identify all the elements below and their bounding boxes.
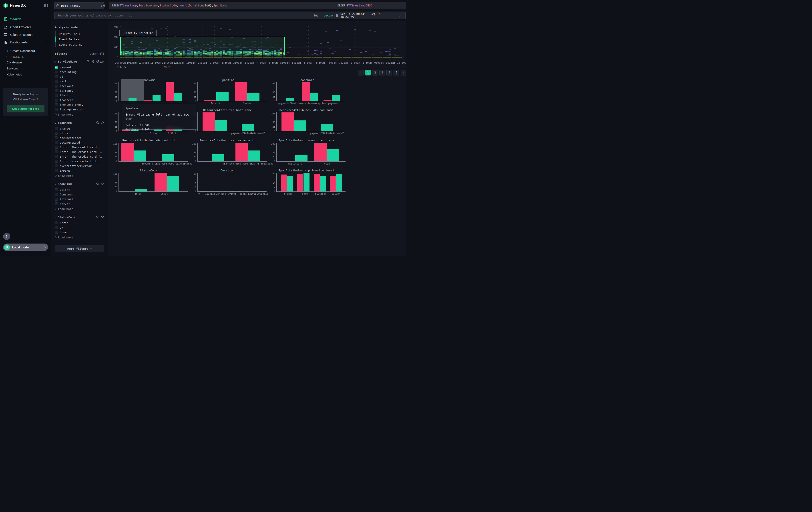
sidebar-item-search[interactable]: Search	[0, 15, 51, 23]
sql-select-input[interactable]: SELECT Timestamp, ServiceName, StatusCod…	[109, 2, 337, 9]
filter-option[interactable]: frontend-proxy	[55, 102, 104, 107]
show-more-button[interactable]: Show more	[55, 173, 104, 178]
heatmap-selection-box[interactable]	[120, 37, 285, 55]
checkbox[interactable]	[55, 132, 58, 135]
checkbox[interactable]	[55, 75, 58, 78]
source-select[interactable]: Demo Traces ▴▾	[54, 2, 104, 9]
pin-icon[interactable]	[101, 215, 104, 219]
pagination-page-1[interactable]: 1	[365, 70, 371, 76]
minichart-plot[interactable]: 281470bronzegoldplatinumsilver	[277, 173, 346, 192]
checkbox[interactable]	[55, 160, 58, 163]
show-more-button[interactable]: Show more	[55, 112, 104, 117]
filter-group-name[interactable]: ServiceName	[58, 60, 77, 63]
date-range-picker[interactable]: Sep 14 22:04:35 - Sep 15 10:04:35	[333, 11, 395, 19]
pin-icon[interactable]	[101, 121, 104, 125]
run-query-button[interactable]: ▷	[394, 11, 406, 19]
sidebar-collapse-icon[interactable]	[44, 4, 48, 7]
filter-option[interactable]: cart	[55, 79, 104, 83]
more-filters-button[interactable]: More filters	[55, 245, 104, 252]
sidebar-item-dashboards[interactable]: Dashboards	[0, 38, 51, 46]
sidebar-item-client-sessions[interactable]: Client Sessions	[0, 31, 51, 38]
filter-option[interactable]: flagd	[55, 93, 104, 98]
analysis-mode-event-patterns[interactable]: Event Patterns	[55, 42, 104, 47]
filter-option[interactable]: Internal	[55, 197, 104, 201]
language-toggle-lucene[interactable]: Lucene	[324, 14, 334, 17]
filter-option[interactable]: Consumer	[55, 192, 104, 196]
checkbox[interactable]	[55, 99, 58, 102]
checkbox[interactable]	[55, 103, 58, 106]
sidebar-item-clickhouse[interactable]: ClickHouse	[0, 59, 51, 65]
checkbox[interactable]	[55, 231, 58, 234]
checkbox[interactable]	[55, 151, 58, 153]
checkbox[interactable]	[55, 89, 58, 92]
analysis-mode-event-deltas[interactable]: Event Deltas	[55, 36, 104, 42]
sidebar-item-chart-explorer[interactable]: Chart Explorer	[0, 23, 51, 31]
pagination-prev[interactable]: ‹	[358, 70, 364, 76]
filter-option[interactable]: Error: Visa cache full: …	[55, 159, 104, 163]
filter-option[interactable]: ad	[55, 74, 104, 79]
pagination-next[interactable]: ›	[401, 70, 406, 76]
pagination-page-3[interactable]: 3	[379, 70, 385, 76]
pin-icon[interactable]	[101, 182, 104, 186]
filter-option[interactable]: accounting	[55, 70, 104, 74]
pagination-page-4[interactable]: 4	[386, 70, 392, 76]
analysis-mode-results-table[interactable]: Results Table	[55, 31, 104, 36]
checkbox[interactable]	[55, 221, 58, 224]
filter-option[interactable]: Error: The credit card (…	[55, 145, 104, 150]
filter-option[interactable]: documentFetch	[55, 136, 104, 140]
sidebar-item-kubernetes[interactable]: Kubernetes	[0, 72, 51, 78]
minichart-plot[interactable]: 10050250mastercardvisa	[277, 143, 346, 162]
minichart-plot[interactable]: 10050250payment-7985c8969c-mwmw7	[198, 112, 267, 131]
get-started-button[interactable]: Get Started for Free	[7, 105, 45, 112]
filter-option[interactable]: click	[55, 131, 104, 135]
clear-filter-button[interactable]: Clear	[96, 60, 104, 63]
checkbox[interactable]	[55, 108, 58, 111]
search-icon[interactable]	[86, 60, 90, 63]
checkbox[interactable]	[55, 141, 58, 144]
checkbox[interactable]	[55, 169, 58, 172]
presets-toggle[interactable]: PRESETS	[0, 54, 51, 59]
checkbox[interactable]	[55, 146, 58, 149]
minichart-plot[interactable]: 10050250ErrorUnset	[118, 173, 188, 192]
filter-option[interactable]: currency	[55, 88, 104, 93]
filter-option[interactable]: payment	[55, 65, 104, 70]
minichart-plot[interactable]: 10050250@hyperdx/instrumentation-excepti…	[277, 82, 346, 101]
gear-icon[interactable]: ⚙	[102, 3, 107, 8]
show-more-button[interactable]: Load more	[55, 235, 104, 240]
minichart-plot[interactable]: 10050250	[118, 82, 188, 101]
checkbox[interactable]	[55, 198, 58, 200]
checkbox-checked[interactable]	[55, 66, 58, 69]
search-bar[interactable]: Search your events w/ Lucene ex. column:…	[55, 11, 337, 19]
filter-option[interactable]: Ok	[55, 225, 104, 230]
checkbox[interactable]	[55, 193, 58, 196]
filter-option[interactable]: Error	[55, 221, 104, 225]
filter-option[interactable]: EXPIRE	[55, 168, 104, 173]
minichart-plot[interactable]: 10050250InternalServer	[198, 82, 267, 101]
show-more-button[interactable]: Load more	[55, 207, 104, 211]
checkbox[interactable]	[55, 80, 58, 83]
filter-option[interactable]: Server	[55, 201, 104, 206]
filter-option[interactable]: load-generator	[55, 107, 104, 111]
filter-by-selection-button[interactable]: Filter by Selection	[119, 30, 156, 36]
filter-option[interactable]: eventListener.error	[55, 164, 104, 168]
checkbox[interactable]	[55, 71, 58, 74]
filter-option[interactable]: checkout	[55, 84, 104, 88]
pagination-page-2[interactable]: 2	[372, 70, 378, 76]
checkbox[interactable]	[55, 94, 58, 97]
checkbox[interactable]	[55, 203, 58, 205]
create-dashboard-button[interactable]: + Create Dashboard	[0, 48, 51, 54]
search-icon[interactable]	[96, 182, 99, 186]
filter-option[interactable]: frontend	[55, 98, 104, 102]
pin-icon[interactable]	[91, 60, 95, 63]
clear-all-button[interactable]: Clear all	[90, 52, 104, 55]
pagination-page-5[interactable]: 5	[394, 70, 399, 76]
minichart-plot[interactable]: 10050250payment-7985c8969c-mwmw7	[277, 112, 346, 131]
filter-group-name[interactable]: StatusCode	[58, 215, 75, 219]
sidebar-item-services[interactable]: Services	[0, 65, 51, 72]
local-mode-menu[interactable]: U Local mode	[3, 244, 48, 251]
filter-option[interactable]: change	[55, 126, 104, 131]
checkbox[interactable]	[55, 85, 58, 87]
filter-group-name[interactable]: SpanName	[58, 121, 72, 125]
filter-group-name[interactable]: SpanKind	[58, 182, 72, 186]
language-toggle-sql[interactable]: SQL	[314, 14, 319, 17]
